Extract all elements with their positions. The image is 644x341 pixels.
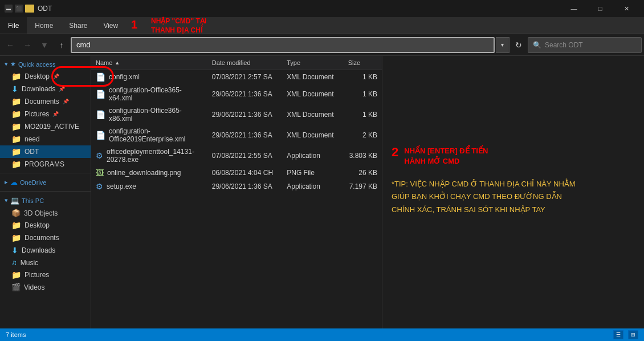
sidebar-item-mo2019[interactable]: 📁 MO2019_ACTIVE [0,120,91,133]
sidebar-item-odt[interactable]: 📁 ODT [0,145,91,158]
chevron-right-icon-onedrive: ▸ [5,178,8,186]
sidebar-item-label-3d: 3D Objects [24,209,58,217]
close-button[interactable]: ✕ [613,0,639,17]
file-row[interactable]: 📄configuration-Office365-x86.xml 29/06/2… [91,104,382,125]
recent-button[interactable]: ▼ [36,37,52,53]
sidebar-item-desktop[interactable]: 📁 Desktop 📌 [0,70,91,83]
file-list-header: Name ▲ Date modified Type Size [91,56,382,70]
folder-icon-downloads-pc: ⬇ [11,246,18,255]
sidebar-item-3dobjects[interactable]: 📦 3D Objects [0,207,91,219]
sidebar-divider-1 [0,173,91,173]
quick-access-header[interactable]: ▾ ★ Quick access [0,58,91,70]
ribbon-tab-view[interactable]: View [95,17,126,34]
sort-arrow-icon: ▲ [115,60,120,66]
view-tiles-button[interactable]: ⊞ [628,330,638,339]
folder-icon-pictures-pc: 📁 [11,270,21,279]
pin-icon-desktop: 📌 [53,74,59,79]
file-row[interactable]: 📄config.xml 07/08/2021 2:57 SA XML Docum… [91,70,382,84]
sidebar-item-label-programs: PROGRAMS [25,160,64,168]
file-row[interactable]: 📄configuration-Office365-x64.xml 29/06/2… [91,84,382,104]
sidebar-item-documents[interactable]: 📁 Documents 📌 [0,95,91,108]
onedrive-label: OneDrive [20,179,46,186]
address-bar[interactable]: cmd [71,37,495,53]
thispc-label: This PC [22,197,44,204]
sidebar-item-downloads[interactable]: ⬇ Downloads 📌 [0,83,91,95]
chevron-down-icon: ▾ [5,60,8,68]
toolbar: ← → ▼ ↑ cmd ▾ ↻ 🔍 Search ODT [0,34,644,56]
sidebar-item-label-pictures: Pictures [25,110,49,118]
col-header-name[interactable]: Name ▲ [91,58,207,67]
step1-number: 1 [131,18,137,31]
sidebar-item-desktop-pc[interactable]: 📁 Desktop [0,219,91,232]
sidebar-item-label-odt: ODT [25,148,39,156]
file-row[interactable]: 🖼online_downloading.png 06/08/2021 4:04 … [91,166,382,180]
tip-text: *TIP: VIỆC NHẬP CMD Ở THANH ĐỊA CHỈ NÀY … [392,178,635,216]
pin-icon-downloads: 📌 [59,86,65,92]
view-details-button[interactable]: ☰ [613,330,623,339]
step1-instruction: NHẬP "CMD" TẠI THANH ĐỊA CHỈ [151,17,206,35]
onedrive-icon: ☁ [10,178,18,186]
sidebar-item-label-desktop: Desktop [25,72,50,80]
status-bar: 7 items ☰ ⊞ [0,328,644,341]
sidebar-item-videos[interactable]: 🎬 Videos [0,281,91,293]
title-bar-title: ODT [38,5,557,13]
address-bar-value: cmd [76,40,91,49]
folder-icon-need: 📁 [11,135,21,144]
minimize-button[interactable]: — [561,0,587,17]
folder-icon-odt: 📁 [11,147,21,156]
step2-text: NHẤN [ENTER] ĐỂ TIẾN HÀNH MỞ CMD [404,146,488,167]
pin-icon-pictures: 📌 [52,111,59,117]
exe-icon: ⚙ [96,151,103,160]
sidebar-item-programs[interactable]: 📁 PROGRAMS [0,158,91,170]
up-button[interactable]: ↑ [54,37,70,53]
sidebar-item-documents-pc[interactable]: 📁 Documents [0,232,91,244]
sidebar-item-downloads-pc[interactable]: ⬇ Downloads [0,244,91,257]
star-icon: ★ [10,60,16,68]
thispc-header[interactable]: ▾ 💻 This PC [0,194,91,207]
folder-icon-programs: 📁 [11,160,21,169]
sidebar-item-need[interactable]: 📁 need [0,133,91,145]
sidebar-item-label-videos: Videos [24,283,44,291]
xml-icon: 📄 [96,72,105,82]
onedrive-header[interactable]: ▸ ☁ OneDrive [0,176,91,189]
sidebar-item-label-mo2019: MO2019_ACTIVE [25,123,79,131]
videos-icon: 🎬 [11,283,21,291]
music-icon: ♫ [11,258,17,267]
col-header-date[interactable]: Date modified [207,58,283,67]
exe-icon-2: ⚙ [96,182,103,191]
file-row[interactable]: 📄configuration-Office2019Enterprise.xml … [91,125,382,145]
sidebar-divider-2 [0,191,91,192]
window-controls[interactable]: — □ ✕ [561,0,639,17]
sidebar-item-music[interactable]: ♫ Music [0,257,91,269]
sidebar-item-label-documents-pc: Documents [25,234,59,242]
col-header-size[interactable]: Size [344,58,382,67]
ribbon-tab-home[interactable]: Home [27,17,61,34]
sidebar-item-pictures[interactable]: 📁 Pictures 📌 [0,108,91,120]
col-header-type[interactable]: Type [282,58,343,67]
back-button[interactable]: ← [2,37,18,53]
forward-button[interactable]: → [19,37,35,53]
sidebar-item-label-music: Music [21,259,38,267]
sidebar: ▾ ★ Quick access 📁 Desktop 📌 ⬇ Downloads… [0,56,91,328]
search-bar[interactable]: 🔍 Search ODT [528,37,642,53]
sidebar-item-label-downloads: Downloads [22,85,55,93]
folder-icon-desktop-pc: 📁 [11,221,21,230]
xml-icon: 📄 [96,131,105,140]
ribbon-tab-file[interactable]: File [0,17,27,34]
title-bar-icon-2: ⬛ [15,5,23,13]
title-bar-icons: ▬ ⬛ [5,5,34,13]
maximize-button[interactable]: □ [587,0,613,17]
png-icon: 🖼 [96,168,104,177]
title-bar: ▬ ⬛ ODT — □ ✕ [0,0,644,17]
ribbon-tab-share[interactable]: Share [61,17,95,34]
refresh-button[interactable]: ↻ [511,37,527,53]
file-list: Name ▲ Date modified Type Size 📄config.x… [91,56,382,328]
address-dropdown-button[interactable]: ▾ [496,37,510,53]
file-row[interactable]: ⚙officedeploymenttool_14131-20278.exe 07… [91,145,382,166]
file-row[interactable]: ⚙setup.exe 29/06/2021 1:36 SA Applicatio… [91,180,382,193]
sidebar-item-label-documents: Documents [25,98,59,105]
step2-number: 2 [392,145,398,160]
folder-icon-documents: 📁 [11,97,21,106]
sidebar-item-pictures-pc[interactable]: 📁 Pictures [0,269,91,281]
folder-icon-desktop: 📁 [11,72,21,81]
